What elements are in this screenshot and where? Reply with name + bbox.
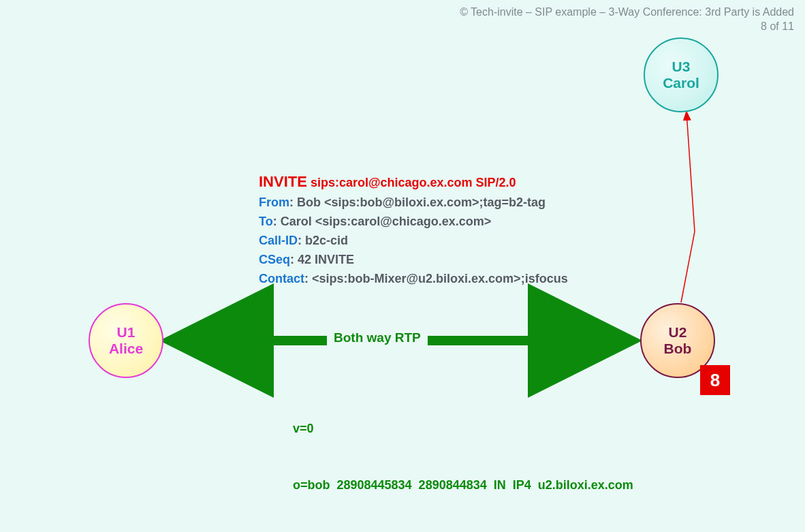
sip-request-uri: sips:carol@chicago.ex.com SIP/2.0 bbox=[311, 176, 516, 189]
invite-arrow bbox=[681, 112, 695, 302]
sip-header-from: From: Bob <sips:bob@biloxi.ex.com>;tag=b… bbox=[259, 193, 568, 213]
sdp-o: o=bob 28908445834 2890844834 IN IP4 u2.b… bbox=[293, 476, 633, 495]
sip-header-contact: Contact: <sips:bob-Mixer@u2.biloxi.ex.co… bbox=[259, 270, 568, 289]
sip-header-to: To: Carol <sips:carol@chicago.ex.com> bbox=[259, 213, 568, 232]
step-badge: 8 bbox=[700, 365, 730, 395]
node-alice-name: Alice bbox=[109, 341, 143, 357]
diagram-title: © Tech-invite – SIP example – 3-Way Conf… bbox=[460, 5, 794, 20]
node-carol-id: U3 bbox=[672, 59, 691, 75]
node-carol: U3 Carol bbox=[644, 37, 719, 112]
node-bob-name: Bob bbox=[664, 341, 692, 357]
node-bob-id: U2 bbox=[669, 324, 687, 341]
node-carol-name: Carol bbox=[663, 75, 699, 91]
sip-header-cseq: CSeq: 42 INVITE bbox=[259, 251, 568, 270]
node-alice: U1 Alice bbox=[89, 303, 163, 378]
sdp-body: v=0 o=bob 28908445834 2890844834 IN IP4 … bbox=[293, 381, 633, 532]
sip-method: INVITE bbox=[259, 173, 307, 190]
sdp-v: v=0 bbox=[293, 420, 633, 439]
sip-request-line: INVITE sips:carol@chicago.ex.com SIP/2.0 bbox=[259, 170, 568, 193]
diagram-header: © Tech-invite – SIP example – 3-Way Conf… bbox=[460, 5, 794, 34]
diagram-canvas: © Tech-invite – SIP example – 3-Way Conf… bbox=[0, 0, 805, 532]
sip-header-callid: Call-ID: b2c-cid bbox=[259, 232, 568, 251]
rtp-label: Both way RTP bbox=[327, 330, 428, 345]
sip-message: INVITE sips:carol@chicago.ex.com SIP/2.0… bbox=[259, 170, 568, 289]
node-alice-id: U1 bbox=[117, 324, 136, 341]
diagram-page-number: 8 of 11 bbox=[460, 20, 794, 34]
